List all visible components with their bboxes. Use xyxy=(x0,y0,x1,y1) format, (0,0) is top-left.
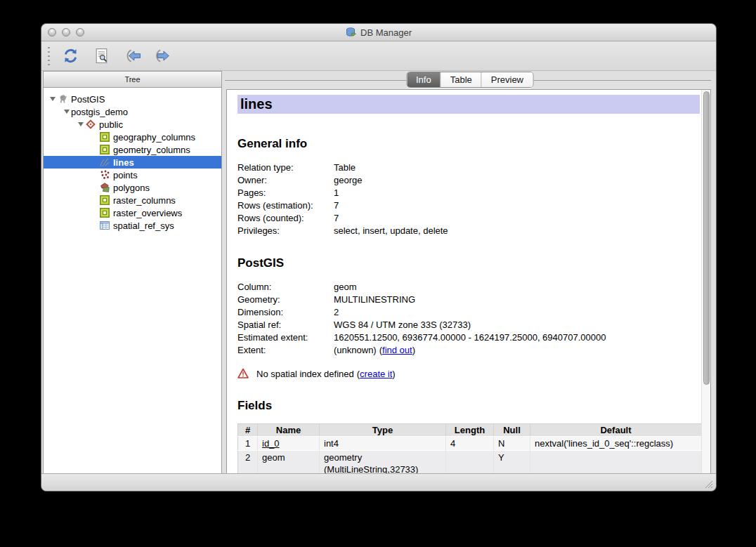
info-row: Relation type:Table xyxy=(237,162,701,174)
toolbar-buttons xyxy=(59,45,183,67)
tree-item-spatial_ref_sys[interactable]: spatial_ref_sys xyxy=(44,219,221,232)
info-value: MULTILINESTRING xyxy=(334,294,415,306)
disclosure-triangle[interactable] xyxy=(48,97,57,101)
info-value: george xyxy=(334,174,362,187)
minimize-button[interactable] xyxy=(62,28,70,37)
tree-item-label: lines xyxy=(113,157,134,168)
export-to-file-button[interactable] xyxy=(152,45,174,67)
table-row: 1id_0int44Nnextval('lines_id_0_seq'::reg… xyxy=(238,437,702,451)
disclosure-triangle[interactable] xyxy=(76,122,85,126)
tree-item-label: public xyxy=(99,119,123,130)
info-value: 7 xyxy=(334,199,339,212)
cell-length: 4 xyxy=(446,437,494,451)
info-row: Rows (estimation):7 xyxy=(237,199,701,212)
info-value: 1620551.12500, 6936774.00000 - 1624197.2… xyxy=(334,331,606,344)
zoom-button[interactable] xyxy=(76,28,84,37)
info-label: Column: xyxy=(237,281,334,294)
scrollbar-thumb[interactable] xyxy=(703,91,710,385)
table-header-row: #NameTypeLengthNullDefault xyxy=(238,424,702,437)
schema-icon xyxy=(85,119,96,130)
point-layer-icon xyxy=(99,169,110,180)
db-tree: PostGISpostgis_demopublicgeography_colum… xyxy=(43,88,222,474)
resize-grip[interactable] xyxy=(704,479,713,488)
info-content-frame: lines General info Relation type:TableOw… xyxy=(226,89,711,474)
title-bar[interactable]: DB Manager xyxy=(41,24,716,41)
warning-icon xyxy=(237,368,249,379)
tree-item-label: raster_columns xyxy=(113,195,176,206)
postgis-elephant-icon xyxy=(57,93,68,105)
table-row: 2geomgeometry (MultiLineString,32733)Y xyxy=(238,451,702,474)
find-out-link[interactable]: find out xyxy=(382,345,412,355)
export-file-icon xyxy=(155,47,172,65)
postgis-rows: Column:geomGeometry:MULTILINESTRINGDimen… xyxy=(237,281,701,357)
db-manager-window: DB Manager Tree PostGISpostgis_demopubli… xyxy=(41,23,717,492)
fields-heading: Fields xyxy=(237,399,701,413)
info-label: Rows (estimation): xyxy=(237,199,334,212)
info-row: Spatial ref:WGS 84 / UTM zone 33S (32733… xyxy=(237,319,701,331)
cell-name: geom xyxy=(258,451,320,474)
tree-item-geography_columns[interactable]: geography_columns xyxy=(44,131,221,143)
column-header-type: Type xyxy=(320,424,446,437)
tree-item-lines[interactable]: lines xyxy=(44,156,221,169)
sql-window-icon xyxy=(93,47,110,65)
cell-name: id_0 xyxy=(258,437,320,451)
layer-table-icon xyxy=(99,207,110,218)
create-it-link[interactable]: create it xyxy=(360,369,392,379)
cell-num: 1 xyxy=(238,437,258,451)
cell-type: geometry (MultiLineString,32733) xyxy=(320,451,446,474)
info-row: Dimension:2 xyxy=(237,306,701,319)
tree-item-label: geometry_columns xyxy=(113,145,190,155)
tree-item-PostGIS[interactable]: PostGIS xyxy=(44,93,221,105)
cell-null: Y xyxy=(494,451,530,474)
layer-table-icon xyxy=(99,195,110,206)
disclosure-triangle[interactable] xyxy=(62,110,71,114)
info-value: 7 xyxy=(334,212,339,225)
tree-item-public[interactable]: public xyxy=(44,118,221,131)
vertical-scrollbar[interactable] xyxy=(701,90,710,473)
page-title: lines xyxy=(237,95,700,114)
tab-segmented-control: InfoTablePreview xyxy=(406,72,533,88)
tree-item-points[interactable]: points xyxy=(44,169,221,181)
info-value: Table xyxy=(334,162,356,174)
tab-info[interactable]: Info xyxy=(407,72,441,87)
info-row-extent: Extent: (unknown)(find out) xyxy=(237,344,701,357)
info-scroll-area: lines General info Relation type:TableOw… xyxy=(227,90,701,473)
tree-item-label: geography_columns xyxy=(113,132,195,143)
column-header-length: Length xyxy=(446,424,494,437)
info-label: Rows (counted): xyxy=(237,212,334,225)
tree-item-label: raster_overviews xyxy=(113,208,182,218)
window-title: DB Manager xyxy=(360,27,412,38)
general-info-rows: Relation type:TableOwner:georgePages:1Ro… xyxy=(237,162,701,237)
info-row: Rows (counted):7 xyxy=(237,212,701,225)
tree-item-geometry_columns[interactable]: geometry_columns xyxy=(44,143,221,156)
info-value: WGS 84 / UTM zone 33S (32733) xyxy=(334,319,471,331)
tab-preview[interactable]: Preview xyxy=(482,72,533,87)
info-label: Estimated extent: xyxy=(237,331,334,344)
cell-length xyxy=(446,451,494,474)
line-layer-icon xyxy=(99,157,110,168)
sql-window-button[interactable] xyxy=(90,45,112,67)
cell-num: 2 xyxy=(238,451,258,474)
traffic-lights xyxy=(48,28,84,37)
tab-table[interactable]: Table xyxy=(441,72,482,87)
tree-item-postgis_demo[interactable]: postgis_demo xyxy=(44,105,221,118)
info-label: Dimension: xyxy=(237,306,334,319)
tree-panel-header: Tree xyxy=(43,71,222,88)
close-button[interactable] xyxy=(48,28,56,37)
layer-table-icon xyxy=(99,131,110,143)
tree-item-raster_columns[interactable]: raster_columns xyxy=(44,194,221,206)
extent-value: (unknown) xyxy=(334,345,377,355)
info-label: Relation type: xyxy=(237,162,334,174)
info-label: Privileges: xyxy=(237,225,334,237)
tree-item-polygons[interactable]: polygons xyxy=(44,181,221,194)
column-header-null: Null xyxy=(494,424,530,437)
status-bar xyxy=(41,473,716,491)
import-layer-button[interactable] xyxy=(121,45,143,67)
toolbar-drag-handle[interactable] xyxy=(46,46,51,67)
polygon-layer-icon xyxy=(99,182,110,193)
info-label: Extent: xyxy=(237,344,334,357)
info-row: Column:geom xyxy=(237,281,701,294)
refresh-button[interactable] xyxy=(59,45,82,67)
general-info-heading: General info xyxy=(237,137,701,151)
tree-item-raster_overviews[interactable]: raster_overviews xyxy=(44,206,221,219)
